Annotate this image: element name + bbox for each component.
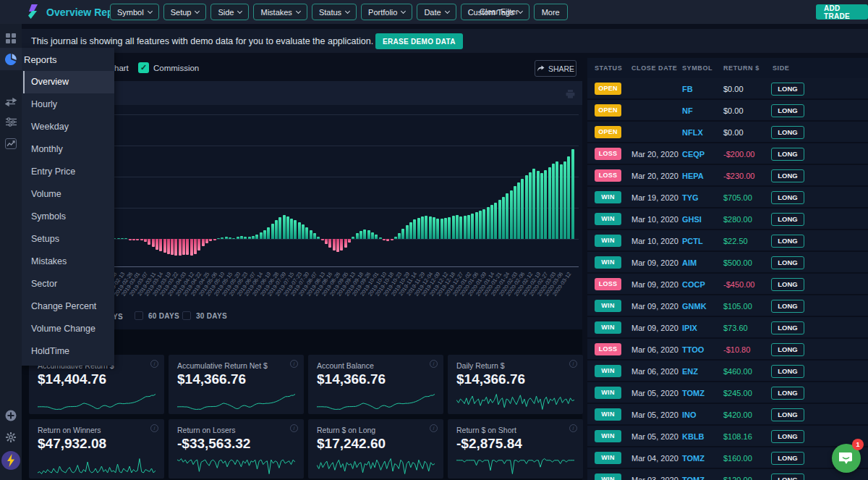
reports-menu-symbols[interactable]: Symbols [23, 206, 114, 228]
chart-bar[interactable] [186, 239, 189, 255]
chart-bar[interactable] [333, 239, 336, 250]
chart-bar[interactable] [425, 216, 427, 239]
print-export-icon[interactable] [566, 88, 575, 101]
chart-bar[interactable] [271, 224, 274, 240]
chart-bar[interactable] [459, 216, 462, 239]
chart-bar[interactable] [267, 227, 270, 239]
chart-bar[interactable] [348, 239, 351, 243]
settings-gear-icon[interactable] [0, 428, 22, 447]
reports-menu-volume-change[interactable]: Volume Change [23, 318, 114, 340]
table-row[interactable]: LOSSMar 20, 2020CEQP-$200.00LONG [587, 143, 868, 165]
side-badge[interactable]: LONG [771, 169, 804, 182]
chart-bar[interactable] [121, 238, 124, 240]
chart-bar[interactable] [283, 215, 286, 239]
chart-bar[interactable] [275, 220, 278, 239]
chart-bar[interactable] [413, 219, 416, 239]
chart-bar[interactable] [194, 239, 197, 254]
filter-side[interactable]: Side [210, 4, 249, 20]
chart-bar[interactable] [494, 203, 497, 239]
chart-bar[interactable] [117, 238, 120, 240]
side-badge[interactable]: LONG [771, 104, 804, 117]
symbol-link[interactable]: NF [682, 106, 693, 115]
chart-bar[interactable] [190, 239, 193, 256]
info-icon[interactable]: i [569, 424, 577, 432]
symbol-link[interactable]: TOMZ [682, 389, 705, 397]
symbol-link[interactable]: NFLX [682, 128, 703, 137]
reports-pie-icon[interactable] [0, 50, 22, 69]
commission-checkbox[interactable]: ✓ [138, 62, 149, 73]
chart-bar[interactable] [317, 237, 320, 239]
chart-bar[interactable] [260, 232, 263, 239]
chart-bar[interactable] [464, 216, 467, 239]
chart-bar[interactable] [352, 237, 354, 239]
info-icon[interactable]: i [290, 424, 298, 432]
chart-bar[interactable] [336, 239, 339, 252]
symbol-link[interactable]: TTOO [682, 345, 704, 354]
chart-bar[interactable] [205, 239, 208, 243]
table-row[interactable]: WINMar 19, 2020TYG$705.00LONG [587, 187, 868, 209]
day-filter-60-days[interactable]: 60 DAYS [135, 311, 179, 320]
table-row[interactable]: WINMar 06, 2020ENZ$460.00LONG [587, 361, 868, 382]
chart-bar[interactable] [560, 164, 563, 239]
symbol-link[interactable]: PCTL [682, 237, 703, 245]
reports-menu-setups[interactable]: Setups [23, 228, 114, 250]
column-header-symbol[interactable]: SYMBOL [682, 64, 712, 72]
chart-bar[interactable] [371, 232, 374, 240]
filters-sliders-icon[interactable] [0, 112, 22, 131]
column-header-side[interactable]: SIDE [773, 64, 789, 72]
filter-setup[interactable]: Setup [163, 4, 207, 20]
chart-bar[interactable] [479, 211, 482, 239]
reports-menu-volume[interactable]: Volume [23, 183, 114, 206]
filter-status[interactable]: Status [312, 4, 357, 20]
symbol-link[interactable]: TYG [682, 193, 699, 202]
side-badge[interactable]: LONG [771, 235, 804, 248]
filter-symbol[interactable]: Symbol [110, 4, 159, 20]
symbol-link[interactable]: KBLB [682, 432, 705, 441]
side-badge[interactable]: LONG [771, 256, 804, 269]
chart-bar[interactable] [521, 179, 524, 239]
chart-bar[interactable] [433, 217, 435, 239]
chart-bar[interactable] [159, 239, 162, 251]
side-badge[interactable]: LONG [771, 430, 804, 443]
chart-bar[interactable] [406, 225, 409, 239]
chart-bar[interactable] [240, 236, 243, 239]
side-badge[interactable]: LONG [771, 278, 804, 291]
chart-bar[interactable] [310, 230, 312, 239]
symbol-link[interactable]: AIM [682, 258, 697, 267]
table-row[interactable]: WINMar 05, 2020KBLB$108.16LONG [587, 426, 868, 447]
trades-arrows-icon[interactable] [0, 93, 22, 111]
info-icon[interactable]: i [430, 360, 438, 368]
stats-trend-icon[interactable] [0, 134, 22, 153]
chart-bar[interactable] [563, 161, 566, 240]
day-filter-checkbox[interactable] [135, 311, 143, 320]
side-badge[interactable]: LONG [771, 321, 804, 334]
reports-menu-sector[interactable]: Sector [23, 273, 114, 295]
info-icon[interactable]: i [430, 424, 438, 432]
table-row[interactable]: OPENNFLX$0.00LONG [587, 122, 868, 143]
add-circle-icon[interactable] [0, 406, 22, 425]
chart-bar[interactable] [510, 190, 513, 240]
chart-bar[interactable] [552, 164, 555, 239]
chart-bar[interactable] [171, 239, 174, 255]
chart-bar[interactable] [217, 238, 220, 240]
symbol-link[interactable]: TOMZ [682, 454, 705, 463]
info-icon[interactable]: i [569, 360, 577, 368]
info-icon[interactable]: i [290, 360, 298, 368]
symbol-link[interactable]: IPIX [682, 324, 697, 332]
chart-bar[interactable] [232, 238, 235, 240]
side-badge[interactable]: LONG [771, 387, 804, 400]
chart-bar[interactable] [436, 219, 439, 239]
more-filters-button[interactable]: More [534, 4, 568, 20]
symbol-link[interactable]: GHSI [682, 215, 702, 224]
chart-bar[interactable] [532, 169, 535, 239]
table-row[interactable]: WINMar 09, 2020AIM$500.00LONG [587, 252, 868, 274]
chart-bar[interactable] [294, 220, 297, 239]
chart-bar[interactable] [179, 239, 182, 256]
clear-filter-button[interactable]: Clear Filter [480, 7, 519, 16]
chart-bar[interactable] [525, 175, 528, 239]
reports-menu-overview[interactable]: Overview [23, 71, 114, 93]
chart-bar[interactable] [398, 233, 401, 239]
side-badge[interactable]: LONG [771, 83, 804, 96]
dashboard-grid-icon[interactable] [0, 29, 22, 48]
info-icon[interactable]: i [150, 360, 158, 368]
